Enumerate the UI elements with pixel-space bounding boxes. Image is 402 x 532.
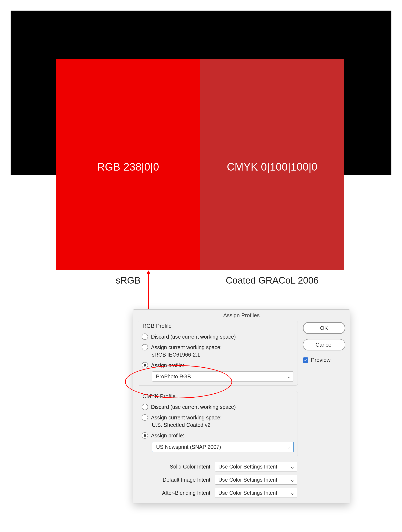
ok-button[interactable]: OK [303, 322, 345, 334]
cmyk-assign-current-radio[interactable]: Assign current working space: [142, 412, 294, 423]
solid-intent-label: Solid Color Intent: [148, 464, 212, 470]
cmyk-discard-label: Discard (use current working space) [151, 404, 236, 410]
rgb-discard-label: Discard (use current working space) [151, 334, 236, 340]
rgb-discard-radio[interactable]: Discard (use current working space) [142, 331, 294, 342]
caption-srgb: sRGB [56, 275, 200, 286]
image-intent-select[interactable]: Use Color Settings Intent ⌄ [215, 475, 297, 485]
chevron-down-icon: ⌄ [290, 464, 295, 470]
cmyk-swatch-label: CMYK 0|100|100|0 [227, 161, 318, 173]
dialog-title: Assign Profiles [133, 310, 350, 321]
caption-row: sRGB Coated GRACoL 2006 [56, 275, 344, 286]
intent-settings: Solid Color Intent: Use Color Settings I… [138, 462, 298, 498]
rgb-profile-title: RGB Profile [142, 323, 172, 329]
cmyk-assign-profile-radio[interactable]: Assign profile: [142, 430, 294, 441]
solid-intent-value: Use Color Settings Intent [218, 464, 277, 470]
blend-intent-label: After-Blending Intent: [148, 490, 212, 496]
rgb-swatch: RGB 238|0|0 [56, 59, 200, 270]
image-intent-label: Default Image Intent: [148, 477, 212, 483]
cancel-button[interactable]: Cancel [303, 339, 345, 350]
chevron-down-icon: ⌄ [287, 374, 291, 379]
checkbox-checked-icon [303, 357, 308, 363]
annotation-arrow-line [148, 273, 149, 311]
cmyk-current-working-space: U.S. Sheetfed Coated v2 [142, 422, 294, 428]
rgb-swatch-label: RGB 238|0|0 [97, 161, 159, 173]
rgb-profile-group: RGB Profile Discard (use current working… [138, 321, 298, 386]
radio-selected-icon [142, 432, 148, 439]
preview-label: Preview [311, 357, 331, 363]
ok-button-label: OK [320, 325, 328, 331]
blend-intent-select[interactable]: Use Color Settings Intent ⌄ [215, 488, 297, 498]
radio-icon [142, 344, 148, 350]
rgb-current-working-space: sRGB IEC61966-2.1 [142, 352, 294, 358]
rgb-assign-profile-radio[interactable]: Assign profile: [142, 360, 294, 371]
radio-icon [142, 334, 148, 340]
cmyk-swatch: CMYK 0|100|100|0 [200, 59, 344, 270]
image-intent-value: Use Color Settings Intent [218, 477, 277, 483]
cmyk-profile-select[interactable]: US Newsprint (SNAP 2007) ⌄ [152, 442, 294, 452]
cmyk-discard-radio[interactable]: Discard (use current working space) [142, 402, 294, 412]
caption-gracol: Coated GRACoL 2006 [200, 275, 344, 286]
cancel-button-label: Cancel [316, 342, 333, 348]
color-swatches: RGB 238|0|0 CMYK 0|100|100|0 [56, 59, 344, 270]
chevron-down-icon: ⌄ [290, 477, 295, 483]
preview-checkbox[interactable]: Preview [303, 357, 345, 363]
rgb-assign-current-label: Assign current working space: [151, 344, 221, 350]
cmyk-assign-current-label: Assign current working space: [151, 415, 221, 421]
rgb-assign-current-radio[interactable]: Assign current working space: [142, 342, 294, 353]
rgb-profile-value: ProPhoto RGB [156, 374, 191, 380]
solid-intent-select[interactable]: Use Color Settings Intent ⌄ [215, 462, 297, 471]
radio-icon [142, 404, 148, 410]
cmyk-profile-group: CMYK Profile Discard (use current workin… [138, 391, 298, 456]
chevron-down-icon: ⌄ [287, 444, 290, 450]
assign-profiles-dialog: Assign Profiles RGB Profile Discard (use… [133, 309, 350, 503]
chevron-down-icon: ⌄ [290, 490, 295, 496]
cmyk-profile-value: US Newsprint (SNAP 2007) [156, 444, 221, 450]
radio-icon [142, 414, 148, 421]
rgb-assign-profile-label: Assign profile: [151, 362, 184, 368]
cmyk-assign-profile-label: Assign profile: [151, 432, 184, 439]
cmyk-profile-title: CMYK Profile [142, 393, 176, 399]
rgb-profile-select[interactable]: ProPhoto RGB ⌄ [152, 371, 294, 381]
radio-selected-icon [142, 362, 148, 368]
annotation-arrow-head-icon [146, 270, 151, 274]
blend-intent-value: Use Color Settings Intent [218, 490, 277, 496]
